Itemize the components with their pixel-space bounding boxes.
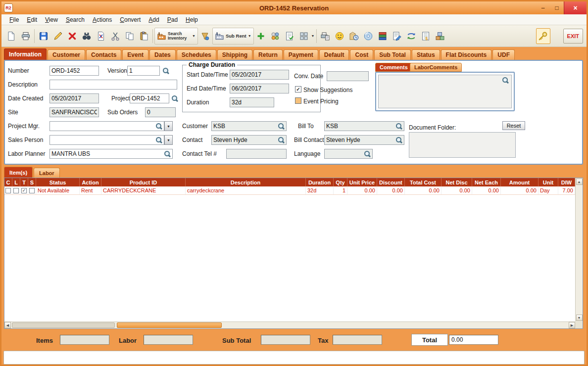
end-date-field[interactable]: 06/20/2017 <box>230 84 289 93</box>
catalog-button[interactable] <box>376 28 390 44</box>
tab-information[interactable]: Information <box>4 48 47 60</box>
paste-button[interactable] <box>137 28 151 44</box>
col-total-cost[interactable]: Total Cost <box>405 178 441 186</box>
dropdown-icon[interactable]: ▼ <box>248 34 251 38</box>
document-folder-box[interactable] <box>409 132 516 158</box>
checklist-button[interactable] <box>283 28 297 44</box>
contact-field[interactable]: Steven Hyde <box>211 135 287 145</box>
start-date-field[interactable]: 05/20/2017 <box>230 70 289 80</box>
scroll-right-icon[interactable]: ▶ <box>569 322 575 328</box>
dropdown-icon[interactable]: ▼ <box>311 34 315 38</box>
project-field[interactable]: ORD-1452 <box>130 93 169 103</box>
magic-wand-button[interactable] <box>536 28 550 44</box>
reset-button[interactable]: Reset <box>502 121 525 130</box>
contact-tel-field[interactable] <box>226 149 287 159</box>
edit-button[interactable] <box>50 28 65 44</box>
find-button[interactable] <box>79 28 94 44</box>
notes-button[interactable] <box>390 28 404 44</box>
col-amount[interactable]: Amount <box>501 178 539 186</box>
menu-search[interactable]: Search <box>62 15 89 24</box>
comments-search-icon[interactable] <box>502 77 509 84</box>
scroll-up-icon[interactable]: ▲ <box>576 179 583 185</box>
col-qty[interactable]: Qty <box>334 178 347 186</box>
cut-button[interactable] <box>108 28 122 44</box>
print-button[interactable] <box>18 28 33 44</box>
c-checkbox[interactable] <box>5 188 11 193</box>
menu-add[interactable]: Add <box>145 15 163 24</box>
scroll-left-icon[interactable]: ◀ <box>4 322 11 328</box>
menu-file[interactable]: File <box>5 15 23 24</box>
search-inventory-button[interactable]: Search Inventory ▼ <box>154 28 198 45</box>
menu-help[interactable]: Help <box>182 15 202 24</box>
date-created-field[interactable]: 05/20/2017 <box>49 93 99 103</box>
scroll-down-icon[interactable]: ▼ <box>576 315 583 321</box>
col-description[interactable]: Description <box>186 178 306 186</box>
col-c[interactable]: C <box>4 178 12 186</box>
sub-orders-field[interactable]: 0 <box>145 107 176 117</box>
project-mgr-field[interactable] <box>49 121 164 131</box>
bill-contact-field[interactable]: Steven Hyde <box>324 135 404 145</box>
tab-labor-comments[interactable]: LaborComments <box>410 63 462 72</box>
col-unit[interactable]: Unit <box>539 178 558 186</box>
tab-flat-discounts[interactable]: Flat Discounts <box>441 49 492 60</box>
sales-person-field[interactable] <box>49 135 164 145</box>
close-button[interactable]: × <box>564 1 587 14</box>
project-mgr-search-icon[interactable] <box>155 123 162 130</box>
bill-to-search-icon[interactable] <box>395 123 402 130</box>
tab-items[interactable]: Item(s) <box>4 167 33 178</box>
smiley-button[interactable] <box>333 28 347 44</box>
tab-labor[interactable]: Labor <box>34 168 60 178</box>
col-diw[interactable]: DIW <box>558 178 575 186</box>
fill-button[interactable] <box>198 28 212 44</box>
tab-return[interactable]: Return <box>253 49 283 60</box>
tab-udf[interactable]: UDF <box>492 49 515 60</box>
tab-payment[interactable]: Payment <box>284 49 318 60</box>
t-checkbox[interactable] <box>21 188 27 193</box>
tab-event[interactable]: Event <box>122 49 148 60</box>
vertical-scrollbar[interactable]: ▲ ▼ <box>575 178 583 321</box>
money-report-button[interactable]: $ <box>419 28 433 44</box>
tab-dates[interactable]: Dates <box>149 49 176 60</box>
contact-search-icon[interactable] <box>278 137 285 143</box>
delete-button[interactable] <box>65 28 79 44</box>
copy-button[interactable] <box>122 28 137 44</box>
comments-textarea[interactable] <box>378 75 512 108</box>
number-field[interactable]: ORD-1452 <box>49 66 99 76</box>
hscroll-thumb[interactable] <box>117 322 222 328</box>
sub-rent-button[interactable]: Sub Rent ▼ <box>212 28 254 45</box>
menu-actions[interactable]: Actions <box>89 15 116 24</box>
labor-planner-search-icon[interactable] <box>164 150 171 157</box>
package-time-button[interactable] <box>347 28 361 44</box>
sales-person-search-icon[interactable] <box>155 137 162 143</box>
tab-default[interactable]: Default <box>319 49 349 60</box>
tab-comments[interactable]: Comments <box>375 63 412 72</box>
tab-sub-total[interactable]: Sub Total <box>374 49 411 60</box>
horizontal-scrollbar[interactable]: ◀ ▶ <box>4 321 575 328</box>
site-field[interactable]: SANFRANCISCO <box>49 107 99 117</box>
col-status[interactable]: Status <box>36 178 80 186</box>
tab-shipping[interactable]: Shipping <box>217 49 252 60</box>
show-suggestions-checkbox[interactable] <box>295 86 301 92</box>
description-field[interactable] <box>49 80 177 90</box>
groups-button[interactable] <box>268 28 283 44</box>
save-button[interactable] <box>36 28 50 44</box>
tab-customer[interactable]: Customer <box>48 49 85 60</box>
bill-contact-search-icon[interactable] <box>395 137 402 143</box>
inventory-grid-button[interactable] <box>297 28 311 44</box>
add-button[interactable] <box>254 28 268 44</box>
duration-field[interactable]: 32d <box>230 97 274 107</box>
l-checkbox[interactable] <box>13 188 19 193</box>
maximize-button[interactable]: □ <box>550 1 564 14</box>
menu-view[interactable]: View <box>41 15 62 24</box>
col-t[interactable]: T <box>20 178 28 186</box>
tab-schedules[interactable]: Schedules <box>177 49 216 60</box>
col-duration[interactable]: Duration <box>306 178 334 186</box>
labor-planner-field[interactable]: MANTRA UBS <box>49 149 173 159</box>
s-checkbox[interactable] <box>29 188 35 193</box>
version-search-icon[interactable] <box>162 67 169 74</box>
version-field[interactable]: 1 <box>127 66 160 76</box>
shipping-button[interactable] <box>433 28 447 44</box>
disc-button[interactable] <box>361 28 376 44</box>
hscroll-pane-segment[interactable] <box>12 322 115 328</box>
project-search-icon[interactable] <box>171 95 178 102</box>
